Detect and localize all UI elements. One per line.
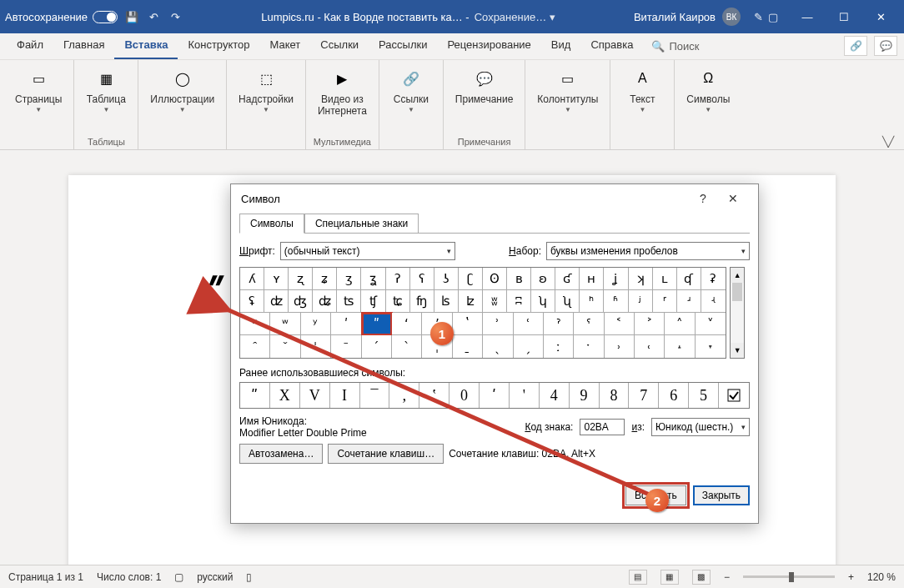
symbol-cell[interactable]: ʺ	[362, 313, 392, 335]
recent-symbol-cell[interactable]: 7	[629, 383, 659, 408]
recent-symbol-cell[interactable]	[719, 383, 749, 408]
menu-вид[interactable]: Вид	[541, 33, 581, 59]
symbol-cell[interactable]: ʢ	[240, 290, 264, 313]
recent-symbol-cell[interactable]: ‚	[389, 383, 419, 408]
web-layout-button[interactable]: ▩	[692, 570, 711, 585]
symbol-cell[interactable]: ʨ	[386, 290, 410, 313]
symbol-cell[interactable]: ʏ	[264, 268, 289, 290]
recent-symbol-cell[interactable]: '	[510, 383, 540, 408]
symbol-cell[interactable]: ʲ	[629, 290, 653, 313]
symbol-cell[interactable]: ʰ	[580, 290, 604, 313]
menu-справка[interactable]: Справка	[580, 33, 643, 59]
recent-symbol-cell[interactable]: I	[330, 383, 360, 408]
symbol-cell[interactable]: ˒	[605, 335, 635, 358]
macro-icon[interactable]: ▯	[246, 571, 252, 583]
comments-button[interactable]: 💬	[874, 36, 897, 56]
maximize-button[interactable]: ☐	[826, 0, 862, 33]
autosave-toggle[interactable]: Автосохранение	[5, 11, 118, 23]
symbol-cell[interactable]: ˓	[635, 335, 665, 358]
collapse-ribbon-icon[interactable]: ╲╱	[882, 136, 894, 148]
menu-вставка[interactable]: Вставка	[114, 33, 178, 59]
ribbon-колонтитулы[interactable]: ▭Колонтитулы▼	[530, 63, 605, 117]
help-button[interactable]: ?	[688, 184, 718, 213]
symbol-cell[interactable]: ʗ	[459, 268, 483, 290]
symbol-cell[interactable]: ʬ	[483, 290, 507, 313]
recent-symbol-cell[interactable]: V	[300, 383, 330, 408]
symbol-cell[interactable]: ʤ	[289, 290, 313, 313]
symbol-cell[interactable]: ʜ	[580, 268, 604, 290]
recent-symbol-cell[interactable]: 5	[689, 383, 719, 408]
word-count[interactable]: Число слов: 1	[97, 571, 161, 583]
scroll-down-icon[interactable]: ▼	[731, 343, 744, 358]
symbol-cell[interactable]: ˎ	[483, 335, 513, 358]
tab-special-chars[interactable]: Специальные знаки	[304, 214, 419, 234]
tab-symbols[interactable]: Символы	[239, 214, 304, 234]
share-button[interactable]: 🔗	[844, 36, 867, 56]
menu-файл[interactable]: Файл	[7, 33, 53, 59]
ribbon-ссылки[interactable]: 🔗Ссылки▼	[384, 63, 438, 117]
symbol-cell[interactable]: ʟ	[653, 268, 677, 290]
symbol-cell[interactable]: ˇ	[270, 335, 300, 358]
ribbon-страницы[interactable]: ▭Страницы▼	[8, 63, 68, 117]
zoom-slider[interactable]	[743, 575, 835, 578]
ribbon-mode-icon[interactable]: ▢	[766, 9, 781, 24]
recent-symbol-cell[interactable]: X	[270, 383, 300, 408]
symbol-cell[interactable]: ʽ	[453, 313, 483, 335]
symbol-cell[interactable]: ˔	[665, 335, 695, 358]
symbol-cell[interactable]: ʹ	[331, 313, 361, 335]
symbol-cell[interactable]: ˂	[605, 313, 635, 335]
symbol-cell[interactable]: ʸ	[301, 313, 331, 335]
symbol-cell[interactable]: ʔ	[386, 268, 410, 290]
symbol-cell[interactable]: ʑ	[313, 268, 337, 290]
char-code-input[interactable]: 02BA	[580, 419, 625, 435]
symbol-cell[interactable]: ʒ	[337, 268, 361, 290]
autocorrect-button[interactable]: Автозамена…	[239, 444, 323, 464]
zoom-in-button[interactable]: +	[848, 571, 854, 583]
symbol-cell[interactable]: ʻ	[392, 313, 422, 335]
menu-конструктор[interactable]: Конструктор	[178, 33, 259, 59]
symbol-cell[interactable]: ʷ	[270, 313, 300, 335]
close-button[interactable]: Закрыть	[693, 485, 750, 505]
page-status[interactable]: Страница 1 из 1	[8, 571, 83, 583]
symbol-cell[interactable]: ˉ	[331, 335, 361, 358]
symbol-cell[interactable]: ʣ	[264, 290, 289, 313]
symbol-cell[interactable]: ˃	[635, 313, 665, 335]
minimize-button[interactable]: —	[789, 0, 826, 33]
symbol-cell[interactable]: ʦ	[337, 290, 361, 313]
recent-symbol-cell[interactable]: ʺ	[240, 383, 270, 408]
ribbon-текст[interactable]: AТекст▼	[615, 63, 669, 117]
symbol-cell[interactable]: ʡ	[701, 268, 726, 290]
recent-symbol-cell[interactable]: 8	[600, 383, 630, 408]
symbol-cell[interactable]: ˄	[665, 313, 695, 335]
ribbon-примечание[interactable]: 💬Примечание	[449, 63, 520, 108]
symbol-cell[interactable]: ʐ	[289, 268, 313, 290]
symbol-cell[interactable]: ʩ	[410, 290, 434, 313]
symbol-cell[interactable]: ˀ	[544, 313, 574, 335]
draw-icon[interactable]: ✎	[751, 9, 766, 24]
symbol-cell[interactable]: ː	[544, 335, 574, 358]
symbol-cell[interactable]: ʛ	[555, 268, 580, 290]
recent-symbol-cell[interactable]: 6	[659, 383, 689, 408]
ribbon-надстройки[interactable]: ⬚Надстройки▼	[232, 63, 300, 117]
symbol-cell[interactable]: ʪ	[434, 290, 459, 313]
symbol-cell[interactable]: ʾ	[483, 313, 513, 335]
close-window-button[interactable]: ✕	[862, 0, 899, 33]
ribbon-таблица[interactable]: ▦Таблица▼	[79, 63, 133, 117]
ribbon-иллюстрации[interactable]: ◯Иллюстрации▼	[143, 63, 221, 117]
print-layout-button[interactable]: ▦	[660, 570, 679, 585]
symbol-cell[interactable]: ˁ	[574, 313, 604, 335]
recent-symbol-cell[interactable]: 4	[540, 383, 570, 408]
symbol-cell[interactable]: ʥ	[313, 290, 337, 313]
read-mode-button[interactable]: ▤	[629, 570, 647, 585]
symbol-cell[interactable]: ˑ	[574, 335, 604, 358]
symbol-cell[interactable]: ʳ	[653, 290, 677, 313]
dialog-title-bar[interactable]: Символ ? ✕	[231, 184, 758, 213]
undo-icon[interactable]: ↶	[146, 9, 161, 24]
symbol-cell[interactable]: ˆ	[240, 335, 270, 358]
symbol-cell[interactable]: ʫ	[459, 290, 483, 313]
symbol-cell[interactable]: ˋ	[392, 335, 422, 358]
symbol-cell[interactable]: ʕ	[410, 268, 434, 290]
symbol-cell[interactable]: ʿ	[514, 313, 544, 335]
symbol-cell[interactable]: ʯ	[555, 290, 580, 313]
symbol-cell[interactable]: ʖ	[434, 268, 459, 290]
